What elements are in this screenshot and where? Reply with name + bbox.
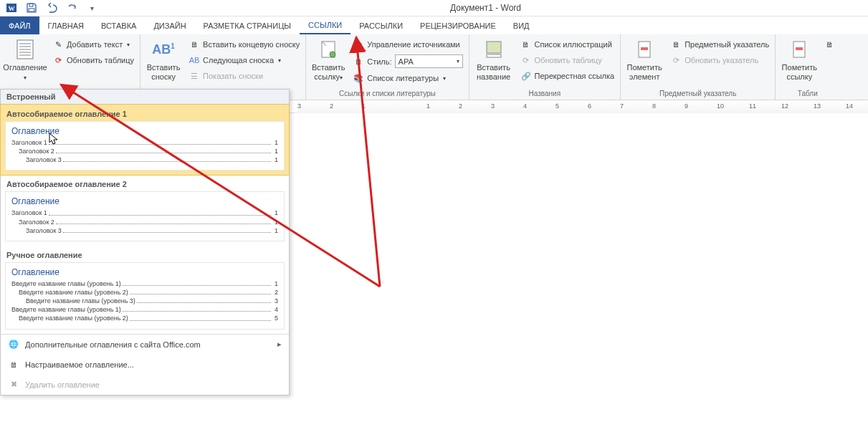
tab-layout[interactable]: РАЗМЕТКА СТРАНИЦЫ bbox=[195, 16, 300, 34]
add-text-button[interactable]: ✎Добавить текст▾ bbox=[49, 37, 137, 52]
tab-review[interactable]: РЕЦЕНЗИРОВАНИЕ bbox=[411, 16, 505, 34]
mark-entry-button[interactable]: Пометить элемент bbox=[624, 36, 665, 81]
office-icon: 🌐 bbox=[8, 339, 19, 350]
insert-endnote-button[interactable]: 🗎Вставить концевую сноску bbox=[186, 37, 302, 52]
update-index-button[interactable]: ⟳Обновить указатель bbox=[667, 53, 772, 67]
undo-icon[interactable] bbox=[44, 1, 59, 14]
group-captions: Вставить название 🗎Список иллюстраций ⟳О… bbox=[469, 34, 621, 100]
toc-auto1-item[interactable]: Автособираемое оглавление 1 Оглавление З… bbox=[1, 105, 289, 175]
toc-manual-preview: Оглавление Введите название главы (урове… bbox=[5, 262, 285, 330]
toc-auto2-item[interactable]: Автособираемое оглавление 2 Оглавление З… bbox=[1, 175, 289, 245]
toc-preview-line: Заголовок 31 bbox=[11, 226, 278, 235]
figures-icon: 🗎 bbox=[520, 39, 532, 50]
update-table2-button[interactable]: ⟳Обновить таблицу bbox=[518, 53, 618, 67]
svg-text:W: W bbox=[9, 5, 15, 12]
insert-citation-button[interactable]: Вставить ссылку▾ bbox=[309, 36, 348, 81]
tab-references[interactable]: ССЫЛКИ bbox=[300, 16, 350, 34]
qat-customize-icon[interactable]: ▾ bbox=[85, 1, 99, 14]
bibliography-button[interactable]: 📚Список литературы▾ bbox=[350, 71, 465, 85]
remove-toc-label: Удалить оглавление bbox=[25, 380, 100, 389]
toc-dropdown-menu: Встроенный Автособираемое оглавление 1 О… bbox=[0, 89, 290, 395]
ruler-tick: 11 bbox=[749, 102, 756, 110]
toc-auto2-caption: Автособираемое оглавление 2 bbox=[6, 180, 283, 188]
mark-entry-label: Пометить элемент bbox=[625, 63, 664, 81]
tab-home[interactable]: ГЛАВНАЯ bbox=[39, 16, 92, 34]
mark-citation-button[interactable]: Пометить ссылку bbox=[778, 36, 820, 81]
ruler-tick: 2 bbox=[459, 102, 462, 110]
toc-auto2-preview: Оглавление Заголовок 11Заголовок 21Загол… bbox=[5, 191, 285, 241]
chevron-right-icon: ▸ bbox=[277, 340, 282, 349]
tab-insert[interactable]: ВСТАВКА bbox=[92, 16, 145, 34]
tab-file[interactable]: ФАЙЛ bbox=[0, 16, 39, 34]
ruler-tick: 1 bbox=[426, 102, 430, 110]
toc-preview-line: Введите название главы (уровень 2)5 bbox=[11, 314, 278, 322]
toc-button[interactable]: Оглавление▾ bbox=[3, 36, 47, 81]
ruler-tick: 5 bbox=[555, 102, 559, 110]
ribbon-tabs: ФАЙЛ ГЛАВНАЯ ВСТАВКА ДИЗАЙН РАЗМЕТКА СТР… bbox=[0, 16, 868, 34]
redo-icon[interactable] bbox=[65, 1, 79, 14]
more-office-toc[interactable]: 🌐 Дополнительные оглавления с сайта Offi… bbox=[1, 335, 289, 355]
toc-manual-item[interactable]: Ручное оглавление Оглавление Введите наз… bbox=[1, 246, 289, 334]
tab-design[interactable]: ДИЗАЙН bbox=[145, 16, 194, 34]
ruler-tick: 3 bbox=[491, 102, 495, 110]
next-footnote-icon: AB bbox=[189, 54, 200, 66]
toc-preview-line: Заголовок 11 bbox=[11, 208, 278, 217]
toc-preview-line: Введите название главы (уровень 2)2 bbox=[11, 288, 278, 297]
figures-list-label: Список иллюстраций bbox=[535, 40, 612, 49]
show-notes-icon: ☰ bbox=[189, 70, 200, 82]
custom-toc[interactable]: 🗎 Настраиваемое оглавление... bbox=[1, 355, 289, 375]
chevron-down-icon: ▾ bbox=[127, 42, 130, 48]
update-table-label: Обновить таблицу bbox=[67, 56, 134, 64]
manage-sources-button[interactable]: 🗂Управление источниками bbox=[350, 37, 465, 52]
svg-point-11 bbox=[330, 52, 335, 57]
ruler-tick: 1 bbox=[362, 102, 366, 110]
tab-view[interactable]: ВИД bbox=[505, 16, 538, 34]
svg-rect-15 bbox=[641, 47, 648, 50]
figures-list-button[interactable]: 🗎Список иллюстраций bbox=[518, 37, 618, 52]
style-select[interactable]: APA▾ bbox=[395, 54, 463, 68]
update-table-button[interactable]: ⟳Обновить таблицу bbox=[49, 53, 137, 67]
citation-style-row: 🗎 Стиль: APA▾ bbox=[350, 53, 465, 69]
save-icon[interactable] bbox=[24, 1, 39, 14]
toc-auto1-caption: Автособираемое оглавление 1 bbox=[6, 110, 283, 118]
group-toa-label: Табли bbox=[778, 88, 836, 100]
insert-caption-button[interactable]: Вставить название bbox=[472, 36, 515, 81]
citation-icon bbox=[316, 37, 340, 62]
toa-extra[interactable]: 🗎 bbox=[822, 37, 836, 52]
document-area[interactable] bbox=[297, 113, 868, 427]
show-notes-button[interactable]: ☰Показать сноски bbox=[186, 69, 302, 83]
add-text-icon: ✎ bbox=[52, 39, 64, 50]
insert-footnote-label: Вставить сноску bbox=[145, 63, 182, 81]
show-notes-label: Показать сноски bbox=[203, 72, 263, 80]
index-icon: 🗎 bbox=[670, 39, 682, 50]
svg-rect-12 bbox=[487, 42, 501, 53]
toc-preview-line: Заголовок 31 bbox=[11, 155, 278, 164]
group-index-label: Предметный указатель bbox=[624, 88, 772, 100]
tab-mailings[interactable]: РАССЫЛКИ bbox=[350, 16, 411, 34]
insert-footnote-button[interactable]: AB1 Вставить сноску bbox=[143, 36, 183, 81]
next-footnote-button[interactable]: ABСледующая сноска▾ bbox=[186, 53, 302, 67]
mark-citation-icon bbox=[787, 37, 811, 62]
toc-label: Оглавление bbox=[3, 63, 47, 72]
toc-preview-line: Введите название главы (уровень 1)4 bbox=[11, 305, 278, 314]
ruler-tick: 7 bbox=[620, 102, 624, 110]
cross-ref-label: Перекрестная ссылка bbox=[535, 72, 615, 80]
group-citations: Вставить ссылку▾ 🗂Управление источниками… bbox=[306, 34, 469, 100]
group-captions-label: Названия bbox=[472, 88, 618, 100]
chevron-down-icon: ▾ bbox=[457, 58, 459, 64]
toc-builtin-header: Встроенный bbox=[1, 90, 289, 105]
subject-index-label: Предметный указатель bbox=[685, 40, 769, 49]
toc-preview-title: Оглавление bbox=[11, 196, 278, 206]
update-index-label: Обновить указатель bbox=[685, 56, 758, 64]
next-footnote-label: Следующая сноска bbox=[203, 56, 274, 64]
cross-ref-button[interactable]: 🔗Перекрестная ссылка bbox=[518, 69, 618, 83]
ruler-tick: 8 bbox=[652, 102, 656, 110]
insert-endnote-label: Вставить концевую сноску bbox=[203, 40, 300, 49]
toa-icon: 🗎 bbox=[825, 39, 834, 50]
toc-preview-line: Введите название главы (уровень 1)1 bbox=[11, 279, 278, 288]
more-office-label: Дополнительные оглавления с сайта Office… bbox=[25, 340, 201, 349]
remove-toc[interactable]: ✖ Удалить оглавление bbox=[1, 375, 289, 395]
subject-index-button[interactable]: 🗎Предметный указатель bbox=[667, 37, 772, 52]
style-icon: 🗎 bbox=[353, 56, 364, 67]
toc-preview-line: Заголовок 21 bbox=[11, 147, 278, 155]
